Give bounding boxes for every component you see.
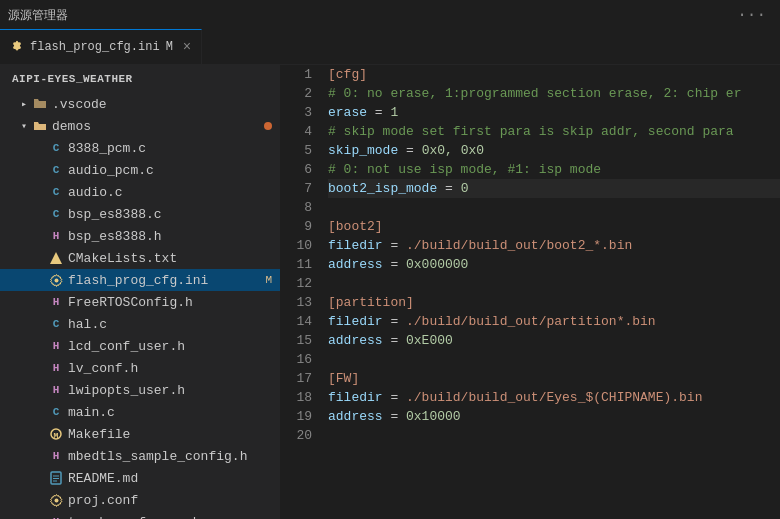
- tree-item-label: FreeRTOSConfig.h: [68, 295, 280, 310]
- svg-marker-0: [50, 252, 62, 264]
- c-icon: C: [48, 140, 64, 156]
- line-number: 11: [280, 255, 312, 274]
- title-bar-text: 源源管理器: [8, 7, 68, 24]
- title-bar: 源源管理器 ···: [0, 0, 780, 30]
- tree-item-label: CMakeLists.txt: [68, 251, 280, 266]
- modified-m-badge: M: [265, 274, 272, 286]
- tab-flash-prog-cfg[interactable]: flash_prog_cfg.ini M ×: [0, 29, 202, 64]
- line-number: 16: [280, 350, 312, 369]
- tree-item-lwipopts_user_h[interactable]: Hlwipopts_user.h: [0, 379, 280, 401]
- code-line: address = 0x10000: [328, 407, 780, 426]
- tree-item-touch_conf_user_h[interactable]: Htouch_conf_user.h: [0, 511, 280, 519]
- tree-item-label: README.md: [68, 471, 280, 486]
- h-icon: H: [48, 228, 64, 244]
- tree-item-label: bsp_es8388.c: [68, 207, 280, 222]
- tree-item-lcd_conf_user_h[interactable]: Hlcd_conf_user.h: [0, 335, 280, 357]
- tree-item-bsp_es8388_h[interactable]: Hbsp_es8388.h: [0, 225, 280, 247]
- tree-item-demos[interactable]: ▾demos: [0, 115, 280, 137]
- tree-item-label: proj.conf: [68, 493, 280, 508]
- h-icon: H: [48, 294, 64, 310]
- line-number: 19: [280, 407, 312, 426]
- tab-label: flash_prog_cfg.ini: [30, 40, 160, 54]
- code-line: erase = 1: [328, 103, 780, 122]
- tree-item-makefile[interactable]: MMakefile: [0, 423, 280, 445]
- line-number: 4: [280, 122, 312, 141]
- tree-item-vscode[interactable]: ▸.vscode: [0, 93, 280, 115]
- editor-scroll[interactable]: 1234567891011121314151617181920 [cfg]# 0…: [280, 65, 780, 519]
- cmake-icon: [48, 250, 64, 266]
- tree-item-mbedtls_sample[interactable]: Hmbedtls_sample_config.h: [0, 445, 280, 467]
- line-number: 13: [280, 293, 312, 312]
- tree-item-audio_c[interactable]: Caudio.c: [0, 181, 280, 203]
- tree-item-label: .vscode: [52, 97, 280, 112]
- sidebar: AIPI-EYES_WEATHER ▸.vscode▾demosC8388_pc…: [0, 65, 280, 519]
- c-icon: C: [48, 206, 64, 222]
- tree-item-readme[interactable]: README.md: [0, 467, 280, 489]
- h-icon: H: [48, 338, 64, 354]
- line-number: 15: [280, 331, 312, 350]
- code-line: [328, 426, 780, 445]
- code-line: [cfg]: [328, 65, 780, 84]
- code-line: # skip mode set first para is skip addr,…: [328, 122, 780, 141]
- tree-item-flash_prog_cfg[interactable]: flash_prog_cfg.iniM: [0, 269, 280, 291]
- line-number: 17: [280, 369, 312, 388]
- tree-item-label: touch_conf_user.h: [68, 515, 280, 520]
- code-line: [328, 198, 780, 217]
- readme-icon: [48, 470, 64, 486]
- tree-item-8388_pcm_c[interactable]: C8388_pcm.c: [0, 137, 280, 159]
- line-number: 12: [280, 274, 312, 293]
- h-icon: H: [48, 514, 64, 519]
- sidebar-header: AIPI-EYES_WEATHER: [0, 65, 280, 93]
- tree-item-proj_conf[interactable]: proj.conf: [0, 489, 280, 511]
- code-line: [328, 274, 780, 293]
- tree-item-label: bsp_es8388.h: [68, 229, 280, 244]
- tree-item-label: audio.c: [68, 185, 280, 200]
- more-options-button[interactable]: ···: [731, 4, 772, 26]
- code-line: filedir = ./build/build_out/boot2_*.bin: [328, 236, 780, 255]
- h-icon: H: [48, 382, 64, 398]
- tree-item-label: lv_conf.h: [68, 361, 280, 376]
- tree-item-hal_c[interactable]: Chal.c: [0, 313, 280, 335]
- tree-item-label: audio_pcm.c: [68, 163, 280, 178]
- line-number: 5: [280, 141, 312, 160]
- tab-bar: flash_prog_cfg.ini M ×: [0, 30, 780, 65]
- line-number: 20: [280, 426, 312, 445]
- tree-item-label: hal.c: [68, 317, 280, 332]
- tree-item-freertos_config[interactable]: HFreeRTOSConfig.h: [0, 291, 280, 313]
- cfg-file-icon: [10, 40, 24, 54]
- code-line: # 0: not use isp mode, #1: isp mode: [328, 160, 780, 179]
- tree-item-audio_pcm_c[interactable]: Caudio_pcm.c: [0, 159, 280, 181]
- code-content[interactable]: [cfg]# 0: no erase, 1:programmed section…: [320, 65, 780, 519]
- tree-item-label: lwipopts_user.h: [68, 383, 280, 398]
- code-line: skip_mode = 0x0, 0x0: [328, 141, 780, 160]
- tree-item-label: main.c: [68, 405, 280, 420]
- line-number: 2: [280, 84, 312, 103]
- tree-item-cmakelists[interactable]: CMakeLists.txt: [0, 247, 280, 269]
- line-number: 10: [280, 236, 312, 255]
- svg-point-8: [54, 498, 58, 502]
- folder-arrow-icon: ▾: [16, 118, 32, 134]
- line-number: 8: [280, 198, 312, 217]
- tab-modified-indicator: M: [166, 40, 173, 54]
- folder-arrow-icon: ▸: [16, 96, 32, 112]
- code-line: # 0: no erase, 1:programmed section eras…: [328, 84, 780, 103]
- code-line: [boot2]: [328, 217, 780, 236]
- h-icon: H: [48, 360, 64, 376]
- tree-item-lv_conf_h[interactable]: Hlv_conf.h: [0, 357, 280, 379]
- modified-dot-badge: [264, 122, 272, 130]
- tree-item-label: Makefile: [68, 427, 280, 442]
- tree-item-main_c[interactable]: Cmain.c: [0, 401, 280, 423]
- c-icon: C: [48, 316, 64, 332]
- svg-text:M: M: [54, 431, 59, 440]
- code-line: [partition]: [328, 293, 780, 312]
- line-number: 7: [280, 179, 312, 198]
- line-number: 1: [280, 65, 312, 84]
- tree-item-bsp_es8388_c[interactable]: Cbsp_es8388.c: [0, 203, 280, 225]
- cfg-icon: [48, 272, 64, 288]
- code-line: filedir = ./build/build_out/Eyes_$(CHIPN…: [328, 388, 780, 407]
- tab-close-button[interactable]: ×: [183, 39, 191, 55]
- line-number: 18: [280, 388, 312, 407]
- tree-item-label: flash_prog_cfg.ini: [68, 273, 265, 288]
- c-icon: C: [48, 184, 64, 200]
- editor: 1234567891011121314151617181920 [cfg]# 0…: [280, 65, 780, 519]
